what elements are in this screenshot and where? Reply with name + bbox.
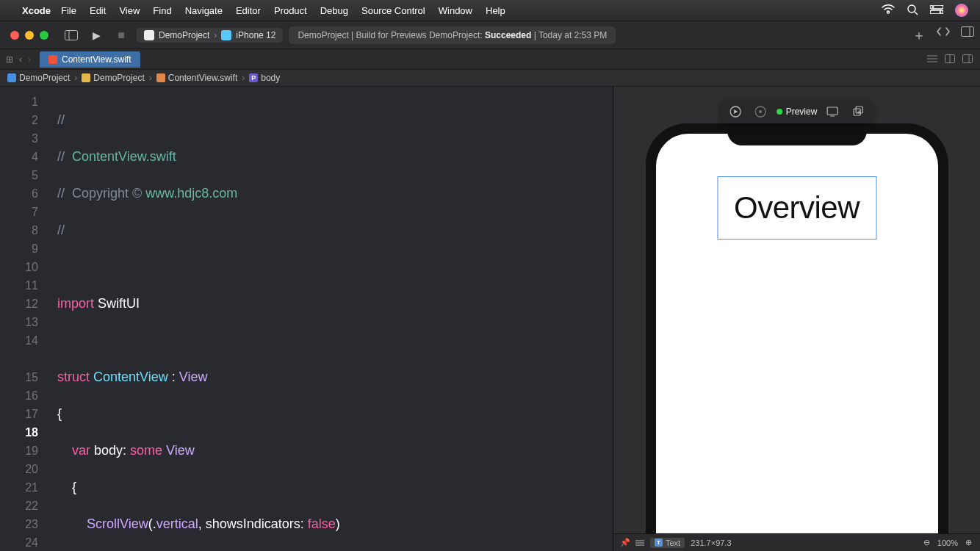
project-icon xyxy=(7,73,16,82)
crumb-project[interactable]: DemoProject xyxy=(19,73,70,83)
device-notch xyxy=(727,123,867,145)
code-review-button[interactable] xyxy=(936,26,951,44)
preview-inspect-button[interactable] xyxy=(752,103,769,120)
svg-line-1 xyxy=(915,12,918,15)
svg-rect-15 xyxy=(963,54,973,62)
tab-label: ContentView.swift xyxy=(62,54,131,65)
editor-tabbar: ⊞ ‹ › ContentView.swift xyxy=(0,48,980,69)
device-frame: Overview xyxy=(646,123,948,533)
device-icon xyxy=(221,30,231,40)
menu-find[interactable]: Find xyxy=(153,5,171,16)
adjust-icon[interactable] xyxy=(635,539,644,547)
status-result: Succeeded xyxy=(485,30,531,40)
live-preview-play-button[interactable] xyxy=(727,103,744,120)
chevron-right-icon: › xyxy=(74,73,77,83)
app-menu[interactable]: Xcode xyxy=(22,5,51,16)
menu-file[interactable]: File xyxy=(61,5,76,16)
property-icon: P xyxy=(249,73,258,82)
svg-rect-6 xyxy=(65,30,78,40)
close-window-button[interactable] xyxy=(10,31,19,40)
menu-window[interactable]: Window xyxy=(439,5,472,16)
pin-icon[interactable]: 📌 xyxy=(621,539,630,547)
chevron-right-icon: › xyxy=(214,30,217,40)
menu-source-control[interactable]: Source Control xyxy=(361,5,425,16)
svg-point-3 xyxy=(932,6,934,8)
related-items-icon[interactable]: ⊞ xyxy=(6,54,13,65)
jump-bar[interactable]: DemoProject › DemoProject › ContentView.… xyxy=(0,69,980,87)
scheme-selector[interactable]: DemoProject › iPhone 12 xyxy=(137,28,283,43)
svg-point-0 xyxy=(908,5,915,12)
toggle-inspector-button[interactable] xyxy=(961,26,974,44)
svg-marker-18 xyxy=(734,109,738,114)
status-prefix: DemoProject | Build for Previews DemoPro… xyxy=(298,30,485,40)
wifi-icon[interactable] xyxy=(882,4,895,17)
swift-file-icon xyxy=(156,73,165,82)
preview-screen[interactable]: Overview xyxy=(656,134,938,533)
swift-file-icon xyxy=(48,55,57,64)
preview-duplicate-button[interactable] xyxy=(849,103,867,120)
preview-label: Preview xyxy=(786,107,818,117)
chevron-right-icon: › xyxy=(149,73,152,83)
chevron-right-icon: › xyxy=(242,73,245,83)
menu-product[interactable]: Product xyxy=(274,5,307,16)
toggle-navigator-button[interactable] xyxy=(62,26,81,45)
control-center-icon[interactable] xyxy=(930,5,943,16)
menu-view[interactable]: View xyxy=(119,5,140,16)
status-time: | Today at 2:53 PM xyxy=(531,30,607,40)
line-gutter: 123456789101112131415161718192021222324 xyxy=(0,87,46,551)
window-controls xyxy=(10,31,48,40)
svg-point-20 xyxy=(759,110,762,113)
run-button[interactable]: ▶ xyxy=(87,26,106,45)
preview-device-button[interactable] xyxy=(824,103,842,120)
scheme-project-label: DemoProject xyxy=(159,30,209,40)
add-button[interactable]: ＋ xyxy=(912,26,926,44)
tab-contentview[interactable]: ContentView.swift xyxy=(40,51,140,68)
menu-editor[interactable]: Editor xyxy=(236,5,261,16)
preview-toolbar: Preview xyxy=(721,100,873,123)
add-editor-icon[interactable] xyxy=(962,53,973,66)
crumb-symbol[interactable]: body xyxy=(261,73,280,83)
svg-rect-21 xyxy=(827,107,837,115)
macos-menubar: Xcode File Edit View Find Navigate Edito… xyxy=(0,0,980,21)
text-element-icon: T xyxy=(655,539,663,547)
element-size-label: 231.7×97.3 xyxy=(691,539,731,547)
code-editor[interactable]: 123456789101112131415161718192021222324 … xyxy=(0,87,613,551)
preview-text: Overview xyxy=(734,190,860,225)
svg-point-5 xyxy=(940,11,942,13)
adjust-editor-icon[interactable] xyxy=(945,53,955,66)
crumb-folder[interactable]: DemoProject xyxy=(93,73,144,83)
code-line: // xyxy=(57,112,65,127)
svg-rect-8 xyxy=(962,26,974,36)
selected-view-outline[interactable]: Overview xyxy=(717,176,876,240)
zoom-window-button[interactable] xyxy=(40,31,48,40)
status-dot-icon xyxy=(777,109,782,115)
app-icon xyxy=(144,30,154,40)
zoom-level-label[interactable]: 100% xyxy=(937,539,958,547)
activity-status: DemoProject | Build for Previews DemoPro… xyxy=(289,26,616,44)
element-type-label: Text xyxy=(666,539,680,547)
siri-icon[interactable] xyxy=(955,4,968,17)
crumb-file[interactable]: ContentView.swift xyxy=(168,73,238,83)
menubar-tray xyxy=(882,4,968,18)
xcode-toolbar: ▶ ■ DemoProject › iPhone 12 DemoProject … xyxy=(0,21,980,48)
minimize-window-button[interactable] xyxy=(25,31,34,40)
stop-button[interactable]: ■ xyxy=(112,26,131,45)
scheme-device-label: iPhone 12 xyxy=(236,30,275,40)
menu-help[interactable]: Help xyxy=(486,5,505,16)
menu-edit[interactable]: Edit xyxy=(90,5,106,16)
canvas-status-bar: 📌 TText 231.7×97.3 ⊖ 100% ⊕ xyxy=(613,533,980,551)
nav-forward-button[interactable]: › xyxy=(28,54,31,65)
zoom-in-button[interactable]: ⊕ xyxy=(964,539,973,547)
selected-element-info[interactable]: TText xyxy=(650,538,685,548)
editor-options-icon[interactable] xyxy=(927,53,937,66)
menu-navigate[interactable]: Navigate xyxy=(185,5,223,16)
code-content[interactable]: // // ContentView.swift // Copyright © w… xyxy=(51,93,613,551)
nav-back-button[interactable]: ‹ xyxy=(19,54,22,65)
folder-icon xyxy=(82,73,90,82)
preview-status-button[interactable]: Preview xyxy=(777,107,818,117)
menu-debug[interactable]: Debug xyxy=(320,5,348,16)
zoom-out-button[interactable]: ⊖ xyxy=(923,539,932,547)
canvas-preview-panel: Preview Overview 📌 TText 231.7×97.3 ⊖ 10… xyxy=(613,87,980,551)
spotlight-icon[interactable] xyxy=(907,4,918,18)
